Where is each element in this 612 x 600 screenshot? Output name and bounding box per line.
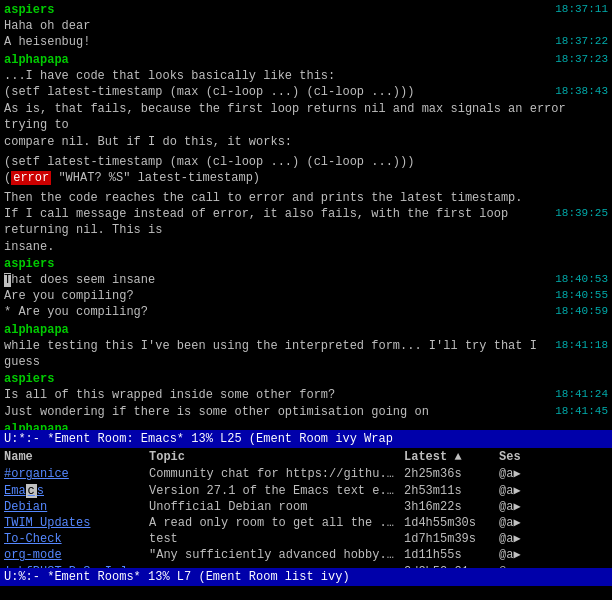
room-name[interactable]: Emacs	[2, 483, 147, 499]
message-block-2: alphapapa 18:37:23 ...I have code that l…	[4, 52, 608, 101]
room-session: @a▶	[497, 466, 567, 482]
username: alphapapa	[4, 421, 69, 430]
room-latest: 1d11h55s	[402, 547, 497, 563]
table-row[interactable]: TWIM Updates A read only room to get all…	[0, 515, 612, 531]
chat-text: Is all of this wrapped inside some other…	[4, 387, 551, 403]
room-latest: 1d7h15m39s	[402, 531, 497, 547]
room-name[interactable]: To-Check	[2, 531, 147, 547]
col-name: Name	[2, 448, 147, 466]
timestamp: 18:39:25	[555, 206, 608, 221]
room-name[interactable]: !xbfPHSTwPySgaIeJnz:ma...	[2, 564, 147, 569]
chat-text: compare nil. But if I do this, it works:	[4, 134, 608, 150]
chat-area: aspiers 18:37:11 Haha oh dear A heisenbu…	[0, 0, 612, 430]
room-topic: Version 27.1 of the Emacs text e...	[147, 483, 402, 499]
chat-text: (error "WHAT? %S" latest-timestamp)	[4, 170, 608, 186]
timestamp: 18:40:55	[555, 288, 608, 303]
timestamp: 18:37:22	[555, 34, 608, 49]
room-name[interactable]: TWIM Updates	[2, 515, 147, 531]
chat-text: ...I have code that looks basically like…	[4, 68, 608, 84]
username: aspiers	[4, 2, 54, 18]
chat-text: while testing this I've been using the i…	[4, 338, 551, 370]
error-highlight: error	[11, 171, 51, 185]
room-name[interactable]: org-mode	[2, 547, 147, 563]
chat-text: Are you compiling?	[4, 288, 551, 304]
room-session: @a▶	[497, 564, 567, 569]
chat-text: insane.	[4, 239, 608, 255]
room-latest: 2d3h52m31s	[402, 564, 497, 569]
timestamp: 18:40:59	[555, 304, 608, 319]
status-bar-top: U:*:- *Ement Room: Emacs* 13% L25 (Ement…	[0, 430, 612, 448]
message-block-3: As is, that fails, because the first loo…	[4, 101, 608, 255]
room-topic	[147, 564, 402, 569]
room-topic: A read only room to get all the ...	[147, 515, 402, 531]
message-block-7: alphapapa byte-compiling seems to have m…	[4, 421, 608, 430]
room-latest: 2h53m11s	[402, 483, 497, 499]
username: alphapapa	[4, 52, 69, 68]
table-row[interactable]: org-mode "Any sufficiently advanced hobb…	[0, 547, 612, 563]
table-row[interactable]: Emacs Version 27.1 of the Emacs text e..…	[0, 483, 612, 499]
room-session: @a▶	[497, 547, 567, 563]
message-block-4: aspiers That does seem insane 18:40:53 A…	[4, 256, 608, 321]
table-row[interactable]: #organice Community chat for https://git…	[0, 466, 612, 482]
username: alphapapa	[4, 322, 69, 338]
col-latest: Latest ▲	[402, 448, 497, 466]
room-session: @a▶	[497, 483, 567, 499]
room-session: @a▶	[497, 499, 567, 515]
chat-text: Haha oh dear	[4, 18, 608, 34]
cursor: T	[4, 273, 11, 287]
message-block-5: alphapapa while testing this I've been u…	[4, 322, 608, 371]
room-latest: 1d4h55m30s	[402, 515, 497, 531]
timestamp: 18:37:23	[555, 52, 608, 67]
timestamp: 18:37:11	[555, 2, 608, 17]
username: aspiers	[4, 256, 54, 272]
table-header: Name Topic Latest ▲ Ses	[0, 448, 612, 466]
room-session: @a▶	[497, 515, 567, 531]
message-block-1: aspiers 18:37:11 Haha oh dear A heisenbu…	[4, 2, 608, 51]
table-row[interactable]: !xbfPHSTwPySgaIeJnz:ma... 2d3h52m31s @a▶	[0, 564, 612, 569]
chat-text: Then the code reaches the call to error …	[4, 190, 608, 206]
timestamp: 18:40:53	[555, 272, 608, 287]
username: aspiers	[4, 371, 54, 387]
room-latest: 2h25m36s	[402, 466, 497, 482]
status-bar-top-text: U:*:- *Ement Room: Emacs* 13% L25 (Ement…	[4, 432, 393, 446]
room-topic: Community chat for https://githu...	[147, 466, 402, 482]
chat-text: Just wondering if there is some other op…	[4, 404, 551, 420]
timestamp: 18:41:24	[555, 387, 608, 402]
col-topic: Topic	[147, 448, 402, 466]
table-row[interactable]: Debian Unofficial Debian room 3h16m22s @…	[0, 499, 612, 515]
room-latest: 3h16m22s	[402, 499, 497, 515]
timestamp: 18:41:18	[555, 338, 608, 353]
room-topic: Unofficial Debian room	[147, 499, 402, 515]
message-block-6: aspiers Is all of this wrapped inside so…	[4, 371, 608, 420]
col-session: Ses	[497, 448, 567, 466]
table-row[interactable]: To-Check test 1d7h15m39s @a▶	[0, 531, 612, 547]
room-topic: "Any sufficiently advanced hobby...	[147, 547, 402, 563]
chat-text: A heisenbug!	[4, 34, 551, 50]
room-name[interactable]: #organice	[2, 466, 147, 482]
chat-text: As is, that fails, because the first loo…	[4, 101, 608, 133]
status-bar-bottom-text: U:%:- *Ement Rooms* 13% L7 (Ement Room l…	[4, 570, 350, 584]
room-session: @a▶	[497, 531, 567, 547]
chat-text: * Are you compiling?	[4, 304, 551, 320]
room-topic: test	[147, 531, 402, 547]
timestamp: 18:38:43	[555, 84, 608, 99]
room-name[interactable]: Debian	[2, 499, 147, 515]
status-bar-bottom: U:%:- *Ement Rooms* 13% L7 (Ement Room l…	[0, 568, 612, 586]
chat-text: (setf latest-timestamp (max (cl-loop ...…	[4, 154, 608, 170]
chat-text: (setf latest-timestamp (max (cl-loop ...…	[4, 84, 551, 100]
chat-text: If I call message instead of error, it a…	[4, 206, 551, 238]
chat-text: That does seem insane	[4, 272, 551, 288]
table-area: Name Topic Latest ▲ Ses #organice Commun…	[0, 448, 612, 568]
timestamp: 18:41:45	[555, 404, 608, 419]
